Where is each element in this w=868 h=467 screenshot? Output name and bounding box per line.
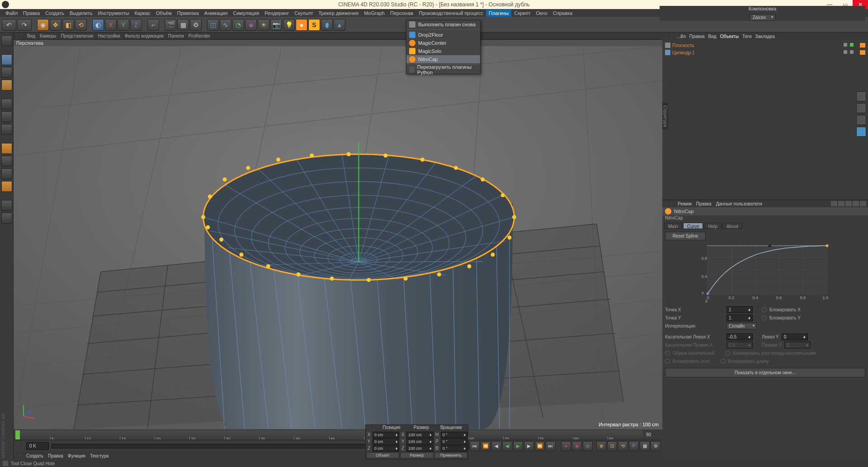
menu-create[interactable]: Создать	[42, 10, 67, 17]
coord-system[interactable]: ⌐	[147, 19, 159, 31]
vp-view[interactable]: Вид	[27, 33, 35, 38]
key-options[interactable]: ⚙	[651, 441, 660, 451]
goto-prevkey[interactable]: ⏪	[481, 441, 491, 451]
plugin-magicsolo[interactable]: MagicSolo	[406, 47, 480, 55]
vp-cameras[interactable]: Камеры	[40, 33, 57, 38]
mat-edit[interactable]: Правка	[48, 453, 63, 458]
menu-mograph[interactable]: MoGraph	[361, 10, 387, 17]
mat-texture[interactable]: Текстура	[90, 453, 108, 458]
point-y-field[interactable]: 1♦	[726, 315, 753, 321]
key-pla[interactable]: ▦	[640, 441, 650, 451]
key-rot[interactable]: ⟲	[618, 441, 628, 451]
select-tool[interactable]: ◉	[37, 19, 49, 31]
vp-display[interactable]: Представление	[61, 33, 94, 38]
om-objects[interactable]: Объекты	[720, 34, 739, 39]
tweak-mode[interactable]	[1, 156, 12, 167]
om-search[interactable]	[856, 91, 866, 101]
magicsolo-icon[interactable]: S	[308, 19, 320, 31]
plugin-nitrocap[interactable]: NitroCap	[406, 55, 480, 63]
vp-filter[interactable]: Фильтр индикации	[125, 33, 164, 38]
attr-nav-back[interactable]	[831, 201, 837, 206]
attr-nav-up[interactable]	[845, 201, 852, 206]
menu-render[interactable]: Рендеринг	[262, 10, 292, 17]
break-tan-checkbox[interactable]	[665, 351, 670, 356]
menu-snap[interactable]: Привязка	[175, 10, 202, 17]
mat-create[interactable]: Создать	[26, 453, 43, 458]
plugin-drop2floor[interactable]: Drop2Floor	[406, 31, 480, 39]
last-tool[interactable]: ◐	[92, 19, 104, 31]
tab-help[interactable]: Help	[704, 223, 722, 229]
coord-rot-Y[interactable]: 0 °♦	[441, 438, 467, 445]
coord-size-Z[interactable]: 100 cm♦	[406, 445, 433, 452]
timeline-ruler[interactable]: 051015202530354045505560657075808590	[15, 430, 642, 439]
menu-volume[interactable]: Объём	[153, 10, 175, 17]
attr-lock[interactable]	[853, 201, 859, 206]
lock-len-checkbox[interactable]	[721, 359, 726, 364]
nitrocap-icon[interactable]: ●	[296, 19, 307, 31]
key-pos[interactable]: ⊕	[596, 441, 606, 451]
attr-edit[interactable]: Правка	[696, 201, 712, 206]
spline-primitive[interactable]: ∿	[220, 19, 231, 31]
record-button[interactable]: ●	[561, 441, 571, 451]
vp-prorender[interactable]: ProRender	[189, 33, 210, 38]
menu-help[interactable]: Справка	[550, 10, 575, 17]
tab-curve[interactable]: Curve	[683, 223, 703, 229]
lock-icon[interactable]	[1, 200, 12, 211]
bend-icon[interactable]: ⬮	[321, 19, 333, 31]
point-mode[interactable]	[1, 99, 12, 110]
key-scale[interactable]: ⊡	[607, 441, 617, 451]
coord-pos-Z[interactable]: 0 cm♦	[373, 445, 399, 452]
deformer[interactable]: ◈	[245, 19, 257, 31]
prev-frame[interactable]: ◀	[491, 441, 501, 451]
menu-sculpt[interactable]: Скульпт	[292, 10, 316, 17]
workplane-mode[interactable]	[1, 80, 12, 91]
vp-panels[interactable]: Панели	[168, 33, 184, 38]
next-frame[interactable]: ▶	[524, 441, 534, 451]
plugin-magiccenter[interactable]: MagicCenter	[406, 39, 480, 47]
coord-rot-Z[interactable]: 0 °♦	[441, 445, 467, 452]
play-forward[interactable]: ▶	[513, 441, 523, 451]
om-trash[interactable]	[856, 127, 866, 137]
render-view[interactable]: 🎬	[165, 19, 176, 31]
attr-userdata[interactable]: Данные пользователя	[716, 201, 762, 206]
lock-x-checkbox[interactable]	[762, 307, 767, 312]
viewport-solo[interactable]	[1, 213, 12, 224]
vp-options[interactable]: Настройки	[98, 33, 120, 38]
menu-tracker[interactable]: Трекер движения	[316, 10, 362, 17]
redo-button[interactable]: ↷	[17, 19, 32, 31]
coord-size-mode[interactable]: Размер	[400, 452, 433, 458]
rotate-tool[interactable]: ⟲	[75, 19, 87, 31]
render-settings[interactable]: ⚙	[190, 19, 202, 31]
camera[interactable]: 📷	[270, 19, 282, 31]
menu-file[interactable]: Файл	[3, 10, 20, 17]
goto-nextkey[interactable]: ⏩	[535, 441, 545, 451]
plugin-reload-python[interactable]: Перезагрузить плагины Python	[406, 66, 480, 74]
attr-nav-fwd[interactable]	[838, 201, 844, 206]
model-mode[interactable]	[1, 54, 12, 65]
menu-edit[interactable]: Правка	[20, 10, 42, 17]
undo-button[interactable]: ↶	[2, 19, 16, 31]
frame-start[interactable]: 0 K	[26, 442, 49, 450]
axis-y[interactable]: Y	[118, 19, 129, 31]
lock-y-checkbox[interactable]	[762, 315, 767, 320]
menu-tools[interactable]: Инструменты	[95, 10, 132, 17]
lock-angle-tan-checkbox[interactable]	[725, 351, 730, 356]
tab-main[interactable]: Main	[664, 223, 682, 229]
om-filter1[interactable]	[856, 103, 866, 113]
left-y-field[interactable]: 0♦	[782, 334, 808, 340]
plugin-rerun[interactable]: Выполнить плагин снова	[406, 20, 480, 29]
reset-spline-button[interactable]: Reset Spline	[665, 232, 706, 240]
viewport[interactable]: Интервал растра : 100 cm	[14, 46, 662, 429]
attr-mode[interactable]: Режим	[678, 201, 692, 206]
make-editable[interactable]	[1, 35, 12, 46]
interp-combo[interactable]: Сплайн	[726, 323, 756, 329]
cube-primitive[interactable]: ◫	[207, 19, 219, 31]
environment[interactable]: ☀	[258, 19, 269, 31]
menu-script[interactable]: Скрипт	[511, 10, 533, 17]
menu-window[interactable]: Окно	[533, 10, 551, 17]
axis-z[interactable]: Z	[130, 19, 142, 31]
om-bookmarks[interactable]: Закладка	[755, 34, 774, 39]
point-x-field[interactable]: 1♦	[726, 306, 753, 313]
play-backward[interactable]: ◀	[502, 441, 512, 451]
om-filter2[interactable]	[856, 115, 866, 125]
